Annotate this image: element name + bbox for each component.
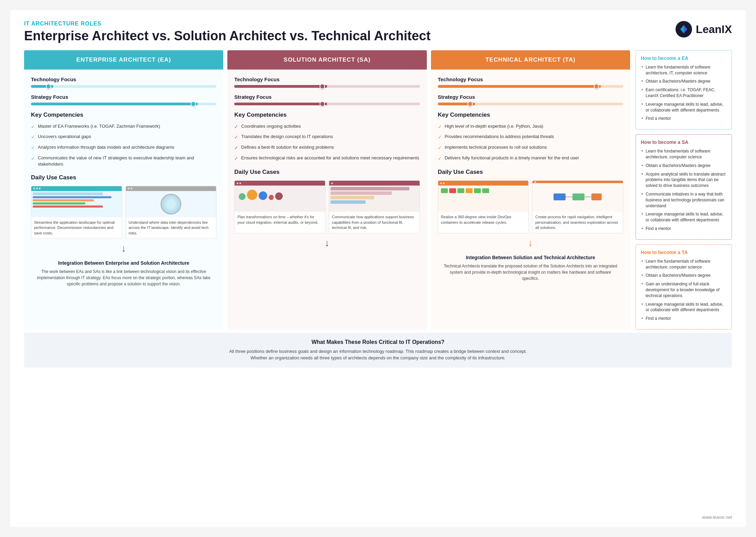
sa-check-4: ✓ [234,155,238,162]
sa-header: SOLUTION ARCHITECT (SA) [227,50,426,70]
ta-how-item-3: Gain an understanding of full-stack deve… [641,281,727,298]
ta-dot-2 [443,182,445,184]
svg-rect-7 [592,193,602,200]
ea-dot-1 [33,188,35,189]
page: LeanIX IT ARCHITECTURE ROLES Enterprise … [10,10,746,527]
sa-column: SOLUTION ARCHITECT (SA) Technology Focus… [227,50,426,329]
sa-strat-dot [320,101,325,107]
ea-check-3: ✓ [31,145,35,151]
ea-strat-focus-label: Strategy Focus [31,94,216,100]
sa-uc1-img [235,181,325,212]
sa-use-case-2: Communicate how applications support bus… [329,180,420,233]
sa-comp-3: ✓Defines a best-fit solution for existin… [234,144,420,151]
sa-strat-slider [234,103,420,105]
sa-dot-3 [331,182,333,184]
ea-comp-1: ✓Master of EA Frameworks (i.e. TOGAF, Za… [31,123,216,130]
ea-strat-dot [191,101,196,107]
ta-tech-slider [438,85,623,88]
ea-how-item-3: Earn certifications: i.e. TOGAF, FEAC, L… [641,87,727,99]
sa-use-case-1: Plan transformations on time – whether i… [234,180,325,233]
ta-comp-4: ✓Delivers fully functional products in a… [438,155,623,162]
ta-daily-title: Daily Use Cases [438,169,623,176]
ta-uc1-img [438,181,529,212]
sa-how-item-2: Obtain a Bachelors/Masters degree [641,163,727,169]
ta-box-3 [457,188,464,193]
sa-comp-4: ✓Ensures technological risks are account… [234,155,420,162]
ta-uc2-desc: Create process for rapid navigation, int… [532,212,623,233]
ta-dot-3 [534,181,536,183]
ea-dot-3 [39,188,41,189]
ta-dot-1 [440,182,442,184]
ea-dot-2 [36,188,38,189]
sa-row-4 [331,200,366,204]
ta-arrow: ↓ [438,238,623,249]
ta-box-5 [474,188,481,193]
logo-area: LeanIX [675,21,732,38]
sa-bubble-3 [259,191,267,200]
ta-how-item-1: Learn the fundamentals of software archi… [641,259,727,270]
ta-use-case-1: Realize a 360-degree view inside DevOps … [438,180,529,233]
ta-strat-dot [467,101,473,107]
ea-body: Technology Focus Strategy Focus [24,70,223,329]
ea-tech-focus-label: Technology Focus [31,76,216,82]
ea-integration-title: Integration Between Enterprise and Solut… [36,260,211,266]
sa-bubble-2 [247,190,257,200]
how-to-sa-card: How to become a SA Learn the fundamental… [636,134,732,240]
ta-header: TECHNICAL ARCHITECT (TA) [431,50,630,70]
ta-strat-focus: Strategy Focus [438,94,623,105]
ta-comp-3: ✓Implements technical processes to roll … [438,144,623,151]
ta-tech-dot [594,84,599,89]
ta-use-cases: Realize a 360-degree view inside DevOps … [438,180,623,233]
sa-body: Technology Focus Strategy Focus [227,70,426,329]
ea-use-case-1: Streamline the application landscape for… [31,186,122,239]
ta-check-3: ✓ [438,145,442,151]
ta-integration-text: Technical Architects translate the propo… [443,263,618,282]
ta-flow-svg [536,187,619,207]
sa-row-1 [331,187,409,190]
ta-use-case-2: Create process for rapid navigation, int… [532,180,623,233]
ea-circle-diagram [161,194,181,214]
sa-uc1-bar [235,181,325,186]
ea-integration: Integration Between Enterprise and Solut… [31,257,216,293]
ta-tech-focus-label: Technology Focus [438,76,623,82]
leanix-logo-icon [675,21,692,38]
how-to-ea-card: How to become a EA Learn the fundamental… [636,50,732,129]
ta-body: Technology Focus Strategy Focus [431,70,630,329]
ea-column: ENTERPRISE ARCHITECT (EA) Technology Foc… [24,50,223,329]
sa-check-2: ✓ [234,134,238,141]
sa-bubbles [236,187,324,203]
columns-area: ENTERPRISE ARCHITECT (EA) Technology Foc… [24,50,630,329]
ea-competency-list: ✓Master of EA Frameworks (i.e. TOGAF, Za… [31,123,216,167]
ta-check-2: ✓ [438,134,442,141]
ta-uc2-bar [532,181,623,183]
ea-uc1-img [31,186,122,217]
ea-uc1-screen [31,191,122,217]
sa-bubble-4 [269,195,274,200]
sa-row-2 [331,191,392,195]
how-to-ta-list: Learn the fundamentals of software archi… [641,259,727,322]
ta-column: TECHNICAL ARCHITECT (TA) Technology Focu… [431,50,630,329]
sa-comp-2: ✓Translates the design concept to IT ope… [234,134,420,141]
svg-rect-3 [554,193,566,200]
ea-competencies-title: Key Competencies [31,112,216,118]
ta-tech-focus: Technology Focus [438,76,623,88]
ta-box-6 [482,188,489,193]
logo-text: LeanIX [696,23,732,36]
ea-strat-focus: Strategy Focus [31,94,216,105]
how-to-ea-title: How to become a EA [641,55,727,61]
ta-box-1 [441,188,448,193]
sa-how-item-4: Communicate initiatives in a way that bo… [641,191,727,209]
ea-check-4: ✓ [31,155,35,162]
sa-daily-title: Daily Use Cases [234,169,420,176]
sa-competency-list: ✓Coordinates ongoing activities ✓Transla… [234,123,420,162]
ea-row-2 [33,196,111,198]
sa-tech-dot [320,84,325,89]
ta-competency-list: ✓High level of in-depth expertise (i.e. … [438,123,623,162]
how-to-sa-list: Learn the fundamentals of software archi… [641,148,727,232]
sa-uc2-img [329,181,420,212]
ea-check-1: ✓ [31,124,35,130]
ta-comp-2: ✓Provides recommendations to address pot… [438,134,623,141]
ta-uc2-screen [532,183,623,212]
ea-how-item-5: Find a mentor [641,116,727,122]
ta-how-item-5: Find a mentor [641,316,727,322]
